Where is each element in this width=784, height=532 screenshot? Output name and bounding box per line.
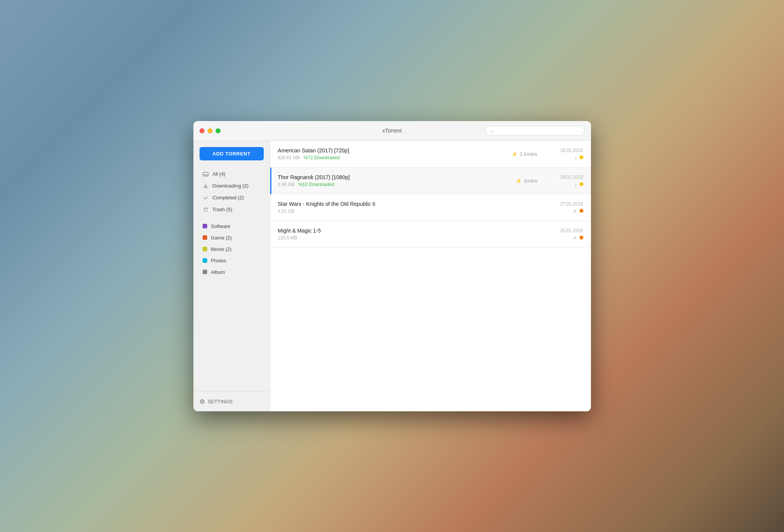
torrent-info: Thor Ragnarok (2017) [1080p] 1.98 GB %10… (278, 174, 516, 187)
maximize-button[interactable] (216, 128, 221, 133)
torrent-speed: ⚡ 3.1mb/s (511, 151, 537, 157)
torrent-info: American Satan (2017) [720p] 826.62 MB %… (278, 147, 512, 160)
status-indicator (579, 236, 583, 239)
traffic-lights (200, 128, 221, 133)
search-box[interactable]: ⌕ (485, 126, 585, 136)
minimize-button[interactable] (208, 128, 213, 133)
torrent-progress: %72 Downloaded (304, 155, 340, 160)
sidebar-item-completed-label: Completed (2) (213, 195, 244, 201)
torrent-date: 29.01.2018 (560, 175, 583, 180)
torrent-progress: %10 Downloaded (299, 182, 334, 187)
torrent-name: Thor Ragnarok (2017) [1080p] (278, 174, 516, 180)
speed-value: 1mb/s (524, 178, 537, 184)
sidebar-item-photos-label: Photos (211, 258, 226, 264)
lightning-icon: ⚡ (516, 178, 522, 184)
torrent-size: 1.98 GB (278, 182, 295, 187)
torrent-name: Star Wars - Knights of the Old Republic … (278, 201, 537, 207)
torrent-date: 29.01.2018 (560, 148, 583, 153)
torrent-actions: ✓ (573, 235, 583, 241)
album-dot (203, 270, 207, 274)
torrent-date: 27.01.2018 (560, 201, 583, 207)
torrent-info: Might & Magic 1-5 115.5 MB (278, 228, 537, 241)
movie-dot (203, 247, 207, 251)
torrent-item[interactable]: Star Wars - Knights of the Old Republic … (270, 194, 591, 221)
torrent-item[interactable]: Might & Magic 1-5 115.5 MB 25.01.2018 ✓ (270, 221, 591, 248)
sidebar-item-album-label: Album (211, 269, 225, 275)
sidebar-item-album[interactable]: Album (196, 267, 267, 278)
window-title: xTorrent (382, 128, 402, 134)
settings-label: SETTINGS (208, 399, 233, 404)
torrent-right: 27.01.2018 ✓ (537, 201, 583, 214)
add-torrent-button[interactable]: ADD TORRENT (200, 147, 264, 160)
download-icon (203, 183, 209, 189)
torrent-actions: ↓ (575, 181, 583, 187)
torrent-actions: ↓ (575, 155, 583, 160)
check-action-icon[interactable]: ✓ (573, 235, 577, 241)
gear-icon: ⚙ (200, 398, 205, 405)
torrent-name: American Satan (2017) [720p] (278, 147, 512, 154)
sidebar-item-movie[interactable]: Movie (2) (196, 244, 267, 255)
check-icon (203, 195, 209, 201)
torrent-actions: ✓ (573, 208, 583, 214)
sidebar: ADD TORRENT All (4) (193, 141, 270, 411)
torrent-right: 29.01.2018 ↓ (537, 148, 583, 160)
search-input[interactable] (496, 128, 580, 134)
download-action-icon[interactable]: ↓ (575, 181, 577, 187)
torrent-size: 826.62 MB (278, 155, 300, 160)
torrent-meta: 3.51 GB (278, 209, 537, 214)
sidebar-item-all[interactable]: All (4) (196, 168, 267, 180)
torrent-meta: 826.62 MB %72 Downloaded (278, 155, 512, 160)
sidebar-item-trash[interactable]: Trash (5) (196, 204, 267, 215)
status-indicator (579, 155, 583, 159)
sidebar-item-game-label: Game (2) (211, 235, 232, 241)
status-indicator (579, 182, 583, 186)
torrent-item[interactable]: Thor Ragnarok (2017) [1080p] 1.98 GB %10… (270, 168, 591, 194)
check-action-icon[interactable]: ✓ (573, 208, 577, 214)
sidebar-item-all-label: All (4) (213, 171, 226, 177)
search-icon: ⌕ (490, 128, 493, 134)
torrent-size: 115.5 MB (278, 235, 297, 241)
lightning-icon: ⚡ (511, 151, 518, 157)
torrent-info: Star Wars - Knights of the Old Republic … (278, 201, 537, 214)
torrent-name: Might & Magic 1-5 (278, 228, 537, 234)
trash-icon (203, 207, 209, 213)
torrent-speed: ⚡ 1mb/s (516, 178, 537, 184)
sidebar-item-completed[interactable]: Completed (2) (196, 192, 267, 204)
torrent-list: American Satan (2017) [720p] 826.62 MB %… (270, 141, 591, 411)
inbox-icon (203, 171, 209, 177)
torrent-date: 25.01.2018 (560, 228, 583, 233)
main-content: ADD TORRENT All (4) (193, 141, 591, 411)
torrent-size: 3.51 GB (278, 209, 295, 214)
titlebar: xTorrent ⌕ (193, 121, 591, 141)
sidebar-item-downloading-label: Downloading (2) (213, 183, 249, 189)
software-dot (203, 224, 207, 228)
sidebar-item-photos[interactable]: Photos (196, 255, 267, 266)
app-window: xTorrent ⌕ ADD TORRENT All (4) (193, 121, 591, 411)
sidebar-item-trash-label: Trash (5) (213, 207, 232, 212)
settings-button[interactable]: ⚙ SETTINGS (193, 391, 270, 411)
status-indicator (579, 209, 583, 213)
sidebar-item-downloading[interactable]: Downloading (2) (196, 180, 267, 192)
torrent-meta: 115.5 MB (278, 235, 537, 241)
game-dot (203, 235, 207, 240)
sidebar-item-movie-label: Movie (2) (211, 246, 232, 252)
torrent-item[interactable]: American Satan (2017) [720p] 826.62 MB %… (270, 141, 591, 168)
torrent-right: 25.01.2018 ✓ (537, 228, 583, 241)
torrent-meta: 1.98 GB %10 Downloaded (278, 182, 516, 187)
download-action-icon[interactable]: ↓ (575, 155, 577, 160)
torrent-right: 29.01.2018 ↓ (537, 175, 583, 187)
speed-value: 3.1mb/s (519, 151, 537, 157)
sidebar-nav: All (4) Downloading (2) (193, 168, 270, 391)
photos-dot (203, 258, 207, 263)
sidebar-item-game[interactable]: Game (2) (196, 232, 267, 243)
sidebar-item-software-label: Software (211, 223, 230, 229)
sidebar-item-software[interactable]: Software (196, 221, 267, 232)
close-button[interactable] (200, 128, 205, 133)
